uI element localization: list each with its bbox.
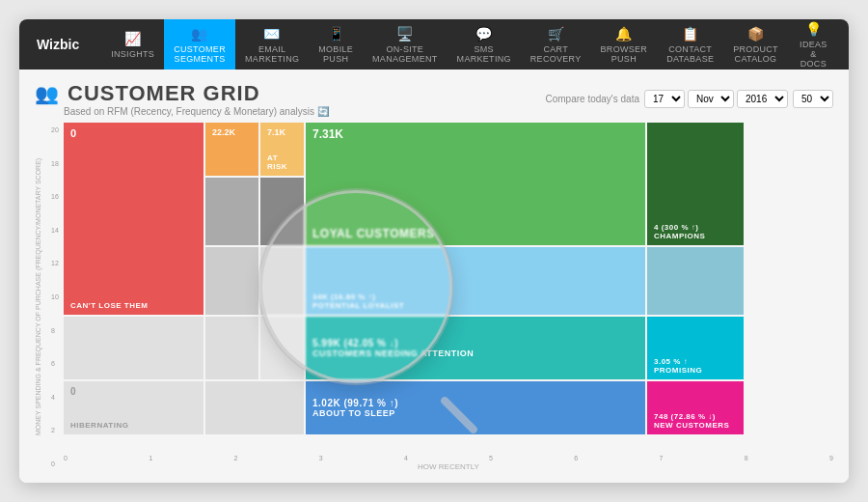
cant-lose-them-cell[interactable]: 0 CAN'T LOSE THEM <box>64 123 203 315</box>
onsite-icon: 🖥️ <box>396 26 413 42</box>
gray-cell-2 <box>260 178 304 245</box>
new-customers-label: NEW CUSTOMERS <box>654 421 737 430</box>
nav-ideas[interactable]: 💡 IDEAS & DOCS <box>788 19 839 70</box>
customers-icon: 👥 <box>35 82 60 105</box>
new-customers-cell[interactable]: 748 (72.86 % ↓) NEW CUSTOMERS <box>647 381 744 434</box>
insights-icon: 📈 <box>124 31 141 46</box>
nav-items: 📈 INSIGHTS 👥 CUSTOMER SEGMENTS ✉️ EMAIL … <box>101 19 839 70</box>
y-label-4: 4 <box>51 394 61 401</box>
analysis-link[interactable]: 🔄 <box>317 106 329 117</box>
x-axis: 0 1 2 3 4 5 6 7 8 9 <box>64 453 833 461</box>
loyal-customers-cell[interactable]: 7.31K LOYAL CUSTOMERS <box>306 123 645 245</box>
x-axis-title: HOW RECENTLY <box>64 462 833 471</box>
nav-cart[interactable]: 🛒 CART RECOVERY <box>521 19 591 70</box>
at-risk-value: 7.1K <box>267 127 285 137</box>
customers-needing-attention-cell[interactable]: 5.99K (42.05 % ↓) CUSTOMERS NEEDING ATTE… <box>306 317 645 379</box>
ideas-icon: 💡 <box>805 21 822 37</box>
loyal-customers-value: 7.31K <box>312 127 343 141</box>
contact-icon: 📋 <box>682 26 698 42</box>
y-label-0: 0 <box>51 460 61 467</box>
x-label-2: 2 <box>233 455 237 461</box>
year-select[interactable]: 2016 <box>737 90 788 108</box>
page-title: 👥 CUSTOMER GRID <box>35 81 329 106</box>
days-range-select[interactable]: 50 <box>793 90 833 108</box>
compare-selects: 17 Nov 2016 <box>644 90 788 108</box>
catalog-icon: 📦 <box>747 26 764 42</box>
about-to-sleep-value: 1.02K (99.71 % ↑) <box>312 398 638 408</box>
potential-loyalist-right <box>647 247 744 315</box>
grid-container: MONEY SPENDING & FREQUENCY OF PURCHASE (… <box>35 123 833 471</box>
cant-lose-them-value: 0 <box>70 127 76 139</box>
page-subtitle: Based on RFM (Recency, Frequency & Monet… <box>64 106 329 117</box>
needing-attention-value: 5.99K (42.05 % ↓) <box>312 338 638 349</box>
x-label-8: 8 <box>745 455 748 461</box>
new-customers-value: 748 (72.86 % ↓) <box>654 412 737 421</box>
at-risk-cell[interactable]: 7.1K AT RISK <box>260 123 304 176</box>
customer-segments-icon: 👥 <box>191 26 207 42</box>
nav-browser-push[interactable]: 🔔 BROWSER PUSH <box>591 19 658 70</box>
x-label-9: 9 <box>829 455 833 461</box>
at-risk-label: AT RISK <box>267 153 297 171</box>
y-label-10: 10 <box>51 293 61 300</box>
nav-mobile-push[interactable]: 📱 MOBILE PUSH <box>309 19 363 70</box>
main-content: 👥 CUSTOMER GRID Based on RFM (Recency, F… <box>19 70 849 483</box>
nav-sms[interactable]: 💬 SMS MARKETING <box>448 19 521 70</box>
nav-customer-segments[interactable]: 👥 CUSTOMER SEGMENTS <box>164 19 235 70</box>
mobile-icon: 📱 <box>328 26 344 42</box>
y-label-20: 20 <box>51 126 61 133</box>
y-label-16: 16 <box>51 193 61 200</box>
page-header: 👥 CUSTOMER GRID Based on RFM (Recency, F… <box>35 81 833 117</box>
at-risk-top-cell[interactable]: 22.2K <box>205 123 258 176</box>
nav-product-catalog[interactable]: 📦 PRODUCT CATALOG <box>723 19 787 70</box>
gray-cell-3 <box>205 247 258 315</box>
y-label-6: 6 <box>51 360 61 367</box>
chart-area: 0 CAN'T LOSE THEM 22.2K 7.1K AT RISK 7 <box>64 123 833 471</box>
y-axis-title: MONEY SPENDING & FREQUENCY OF PURCHASE (… <box>35 123 48 471</box>
y-label-18: 18 <box>51 160 61 167</box>
promising-label: PROMISING <box>654 366 737 375</box>
top-nav: Wizbic 📈 INSIGHTS 👥 CUSTOMER SEGMENTS ✉️… <box>19 19 849 70</box>
y-label-14: 14 <box>51 227 61 234</box>
day-select[interactable]: 17 <box>644 90 685 108</box>
page-title-area: 👥 CUSTOMER GRID Based on RFM (Recency, F… <box>35 81 329 117</box>
nav-logo[interactable]: Wizbic <box>29 37 87 52</box>
cant-lose-them-label: CAN'T LOSE THEM <box>70 301 197 310</box>
champions-cell[interactable]: 4 (300 % ↑) CHAMPIONS <box>647 123 744 245</box>
x-label-3: 3 <box>319 455 323 461</box>
y-label-2: 2 <box>51 427 61 433</box>
empty-4-3 <box>260 317 304 379</box>
promising-cell[interactable]: 3.05 % ↑ PROMISING <box>647 317 744 379</box>
champions-value: 4 (300 % ↑) <box>654 223 737 232</box>
hibernating-cell[interactable]: 0 HIBERNATING <box>64 381 203 434</box>
sms-icon: 💬 <box>475 26 492 42</box>
about-to-sleep-cell[interactable]: 1.02K (99.71 % ↑) ABOUT TO SLEEP <box>306 381 645 434</box>
browser-frame: Wizbic 📈 INSIGHTS 👥 CUSTOMER SEGMENTS ✉️… <box>19 19 849 483</box>
cart-icon: 🛒 <box>548 26 564 42</box>
x-label-5: 5 <box>489 455 493 461</box>
x-label-0: 0 <box>64 455 68 461</box>
nav-email-marketing[interactable]: ✉️ EMAIL MARKETING <box>235 19 309 70</box>
hibernating-label: HIBERNATING <box>70 421 197 430</box>
browser-push-icon: 🔔 <box>615 26 632 42</box>
x-label-4: 4 <box>404 455 408 461</box>
nav-contact[interactable]: 📋 CONTACT DATABASE <box>657 19 723 70</box>
empty-5-23 <box>205 381 304 434</box>
compare-area: Compare today's data 17 Nov 2016 50 <box>545 90 833 108</box>
y-axis: 0 2 4 6 8 10 12 14 16 18 20 <box>48 123 64 471</box>
about-to-sleep-label: ABOUT TO SLEEP <box>312 408 638 418</box>
needing-attention-label: CUSTOMERS NEEDING ATTENTION <box>312 349 638 358</box>
potential-loyalist-cell[interactable]: 34K (16.80 % ↑) POTENTIAL LOYALIST <box>306 247 645 315</box>
x-label-1: 1 <box>149 455 152 461</box>
empty-4-2 <box>205 317 258 379</box>
at-risk-top-value: 22.2K <box>212 127 235 137</box>
potential-loyalist-value: 34K (16.80 % ↑) <box>312 293 638 301</box>
segment-grid: 0 CAN'T LOSE THEM 22.2K 7.1K AT RISK 7 <box>64 123 833 451</box>
hibernating-value: 0 <box>70 386 76 397</box>
month-select[interactable]: Nov <box>688 90 734 108</box>
champions-label: CHAMPIONS <box>654 232 737 240</box>
promising-value: 3.05 % ↑ <box>654 357 737 366</box>
empty-cell-1 <box>260 247 304 315</box>
nav-onsite[interactable]: 🖥️ ON-SITE MANAGEMENT <box>363 19 448 70</box>
nav-insights[interactable]: 📈 INSIGHTS <box>101 19 164 70</box>
y-label-12: 12 <box>51 260 61 266</box>
